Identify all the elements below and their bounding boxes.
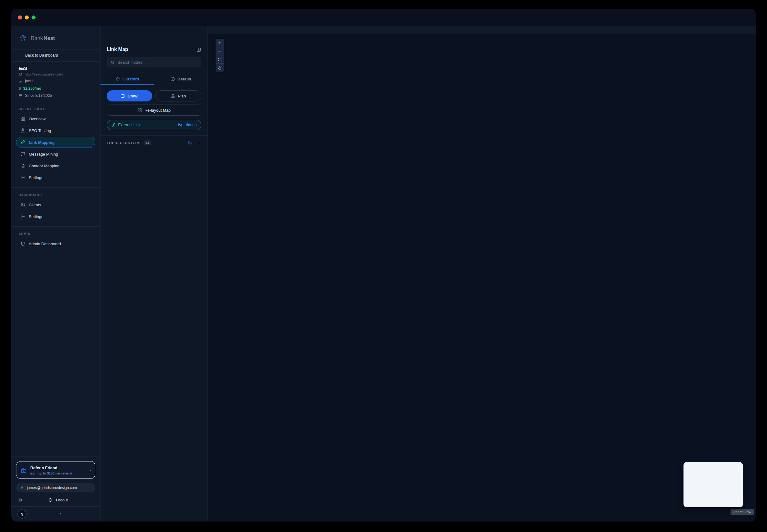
external-link-icon bbox=[19, 72, 22, 76]
external-links-state: Hidden bbox=[184, 123, 197, 127]
sidebar-item-seo-testing[interactable]: SEO Testing bbox=[16, 125, 95, 136]
canvas-controls bbox=[216, 39, 224, 72]
panel-tabs: Clusters Details bbox=[101, 73, 208, 85]
user-icon bbox=[20, 486, 24, 490]
sidebar-item-content-mapping[interactable]: Content Mapping bbox=[16, 160, 95, 171]
brand-name-rank: Rank bbox=[31, 35, 43, 41]
avatar[interactable]: N bbox=[17, 509, 27, 519]
client-owner: jackie bbox=[25, 79, 35, 83]
minimize-window-button[interactable] bbox=[25, 15, 29, 19]
sidebar-footer: N ‹ bbox=[11, 506, 100, 521]
minimap[interactable] bbox=[683, 462, 743, 507]
client-info-card: e&S http://esequipsales.com/ jackie $ $2… bbox=[11, 62, 100, 103]
fullscreen-window-button[interactable] bbox=[32, 15, 36, 19]
close-window-button[interactable] bbox=[18, 15, 22, 19]
sidebar: RankNest ← Back to Dashboard e&S http://… bbox=[11, 26, 101, 521]
gear-icon bbox=[20, 214, 25, 219]
collapse-panel-icon[interactable] bbox=[196, 47, 201, 52]
client-url[interactable]: http://esequipsales.com/ bbox=[25, 72, 63, 76]
section-title: DASHBOARD bbox=[19, 193, 93, 197]
zoom-out-button[interactable] bbox=[216, 47, 224, 55]
chevron-right-icon: › bbox=[89, 468, 91, 473]
sidebar-item-label: Content Mapping bbox=[29, 164, 59, 168]
client-price: $2,250/mo bbox=[23, 86, 41, 91]
canvas[interactable]: React Flow bbox=[208, 26, 756, 521]
link-icon bbox=[20, 140, 25, 145]
back-to-dashboard-label: Back to Dashboard bbox=[25, 53, 58, 58]
user-icon bbox=[19, 79, 23, 83]
logo: RankNest bbox=[11, 26, 100, 49]
refer-a-friend-card[interactable]: Refer a Friend Earn up to $150 per refer… bbox=[16, 461, 95, 479]
cluster-layer bbox=[208, 26, 756, 521]
sidebar-item-label: Settings bbox=[29, 214, 43, 219]
relayout-map-button[interactable]: Re-layout Map bbox=[107, 105, 201, 116]
refer-amount: $150 bbox=[47, 471, 54, 475]
globe-icon bbox=[120, 94, 125, 98]
logout-label: Logout bbox=[56, 498, 68, 502]
sidebar-item-settings[interactable]: Settings bbox=[16, 172, 95, 183]
plan-label: Plan bbox=[178, 94, 186, 98]
search-input[interactable] bbox=[118, 60, 198, 65]
chat-icon bbox=[20, 152, 25, 157]
page-title: Link Map bbox=[107, 47, 128, 52]
back-to-dashboard-link[interactable]: ← Back to Dashboard bbox=[11, 49, 100, 62]
tab-details[interactable]: Details bbox=[154, 73, 208, 85]
sidebar-item-label: Overview bbox=[29, 117, 45, 121]
info-icon bbox=[170, 77, 175, 81]
lock-button[interactable] bbox=[216, 64, 224, 72]
collapse-sidebar-button[interactable]: ‹ bbox=[27, 511, 94, 517]
tab-label: Details bbox=[178, 77, 191, 81]
eye-off-icon[interactable] bbox=[187, 141, 192, 145]
topic-clusters-count-badge: 44 bbox=[144, 140, 152, 145]
sidebar-item-admin-dashboard[interactable]: Admin Dashboard bbox=[16, 238, 95, 249]
external-links-toggle[interactable]: External Links Hidden bbox=[107, 120, 201, 130]
add-cluster-icon[interactable] bbox=[197, 141, 201, 145]
refer-sub-suffix: per referral bbox=[54, 471, 72, 475]
zoom-in-button[interactable] bbox=[216, 39, 224, 47]
crawl-label: Crawl bbox=[127, 94, 138, 98]
window-titlebar bbox=[11, 9, 756, 26]
nav-section-client-tools: CLIENT TOOLS Overview SEO Testing Link M… bbox=[11, 103, 100, 185]
theme-toggle-button[interactable] bbox=[18, 497, 23, 503]
shield-icon bbox=[20, 241, 25, 246]
sidebar-item-label: Link Mapping bbox=[29, 140, 55, 145]
link-map-panel: Link Map Clusters Details bbox=[101, 26, 208, 521]
ranknest-logo-icon bbox=[19, 34, 28, 43]
gear-icon bbox=[20, 175, 25, 180]
app-window: RankNest ← Back to Dashboard e&S http://… bbox=[11, 9, 756, 521]
sidebar-item-dashboard-settings[interactable]: Settings bbox=[16, 211, 95, 222]
logout-button[interactable]: Logout bbox=[49, 498, 68, 502]
sidebar-item-overview[interactable]: Overview bbox=[16, 113, 95, 124]
tab-clusters[interactable]: Clusters bbox=[101, 73, 154, 85]
fit-view-button[interactable] bbox=[216, 55, 224, 64]
client-since: Since 8/13/2025 bbox=[25, 93, 52, 98]
dollar-icon: $ bbox=[19, 86, 21, 91]
plan-button[interactable]: Plan bbox=[155, 90, 201, 101]
calendar-icon bbox=[19, 94, 23, 98]
account-email-text: james@grindstonedesign.com bbox=[27, 486, 77, 490]
eye-off-icon bbox=[178, 123, 182, 127]
logout-icon bbox=[49, 498, 54, 502]
sidebar-item-message-mining[interactable]: Message Mining bbox=[16, 148, 95, 160]
test-tube-icon bbox=[20, 128, 25, 133]
sidebar-item-label: SEO Testing bbox=[29, 128, 51, 133]
refer-title: Refer a Friend bbox=[30, 465, 57, 470]
sidebar-item-clients[interactable]: Clients bbox=[16, 199, 95, 210]
link-icon bbox=[111, 123, 116, 127]
client-name: e&S bbox=[19, 66, 93, 71]
sidebar-item-link-mapping[interactable]: Link Mapping bbox=[16, 137, 95, 148]
sidebar-item-label: Clients bbox=[29, 203, 41, 207]
divider bbox=[11, 457, 100, 457]
relayout-label: Re-layout Map bbox=[144, 108, 171, 113]
crawl-button[interactable]: Crawl bbox=[107, 90, 152, 101]
topic-clusters-header: TOPIC CLUSTERS 44 bbox=[101, 136, 208, 148]
back-arrow-icon: ← bbox=[19, 53, 23, 58]
search-bar bbox=[107, 57, 201, 67]
sidebar-item-label: Message Mining bbox=[29, 152, 58, 157]
topic-cluster-list bbox=[101, 148, 208, 149]
section-title: CLIENT TOOLS bbox=[19, 107, 93, 111]
account-email[interactable]: james@grindstonedesign.com bbox=[16, 483, 95, 492]
topic-clusters-title: TOPIC CLUSTERS bbox=[107, 141, 141, 145]
document-icon bbox=[20, 163, 25, 168]
grid-icon bbox=[137, 108, 142, 113]
